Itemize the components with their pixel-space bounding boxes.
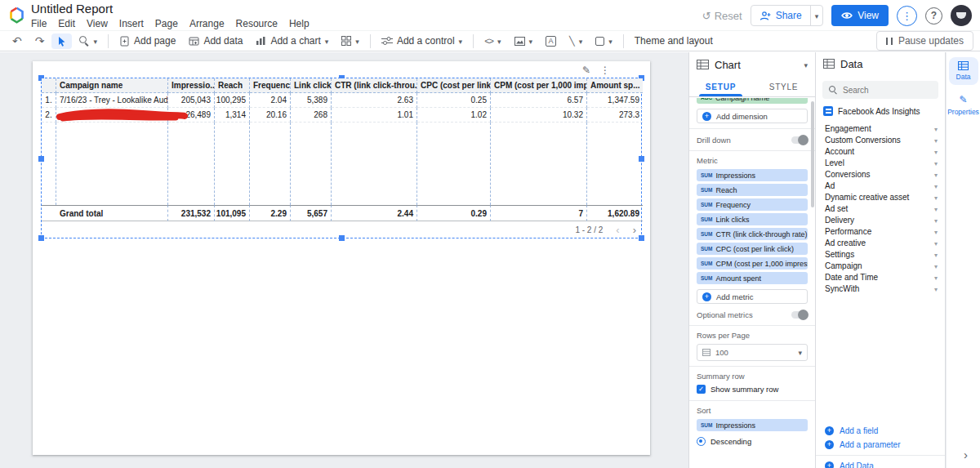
field-group[interactable]: Custom Conversions <box>816 134 945 145</box>
metric-chip[interactable]: SUMCTR (link click-through rate) <box>697 228 808 240</box>
theme-and-layout-button[interactable]: Theme and layout <box>629 33 719 49</box>
community-visualizations-button[interactable] <box>336 33 365 49</box>
menu-help[interactable]: Help <box>283 17 315 30</box>
field-group[interactable]: SyncWith <box>816 283 945 294</box>
share-button[interactable]: Share <box>751 5 824 26</box>
optional-metrics-toggle[interactable] <box>791 311 808 319</box>
more-options-button[interactable] <box>897 6 917 26</box>
avatar[interactable] <box>951 5 972 26</box>
table-chart[interactable]: Campaign name Impressio... Reach Frequen… <box>41 78 642 238</box>
share-dropdown[interactable] <box>810 6 823 25</box>
reset-button[interactable]: Reset <box>702 10 742 22</box>
add-a-field-button[interactable]: Add a field <box>816 424 945 438</box>
magnifier-icon <box>79 36 89 46</box>
grand-total-cell: 7 <box>491 205 587 221</box>
add-page-button[interactable]: Add page <box>114 33 181 49</box>
metric-chip[interactable]: SUMFrequency <box>697 198 808 211</box>
collapse-panel-button[interactable] <box>964 448 968 461</box>
select-tool-button[interactable] <box>51 33 72 49</box>
table-cell: 2.04 <box>250 93 291 108</box>
field-group[interactable]: Account <box>816 145 945 157</box>
field-group[interactable]: Engagement <box>816 123 945 134</box>
view-button[interactable]: View <box>831 5 889 26</box>
table-cell: 1,314 <box>215 108 250 123</box>
add-a-parameter-button[interactable]: Add a parameter <box>816 438 945 452</box>
metric-chip[interactable]: SUMImpressions <box>697 169 808 181</box>
metric-chip[interactable]: SUMAmount spent <box>697 272 808 284</box>
metric-chip[interactable]: SUMLink clicks <box>697 213 808 225</box>
add-text-button[interactable] <box>540 33 562 49</box>
menu-edit[interactable]: Edit <box>52 17 81 30</box>
menu-view[interactable]: View <box>81 17 114 30</box>
next-page-icon[interactable] <box>633 224 636 236</box>
field-search[interactable] <box>822 81 938 99</box>
rows-per-page-select[interactable]: 100 <box>697 344 808 361</box>
field-group[interactable]: Dynamic creative asset <box>816 191 945 203</box>
toolbar-separator <box>108 34 109 48</box>
menu-insert[interactable]: Insert <box>114 17 149 30</box>
add-image-button[interactable] <box>509 33 539 49</box>
chevron-down-icon <box>934 284 938 293</box>
field-group[interactable]: Delivery <box>816 214 945 225</box>
field-group[interactable]: Ad <box>816 180 945 191</box>
help-button[interactable] <box>925 7 942 25</box>
grid-squares-icon <box>341 36 351 46</box>
table-cell: 2.63 <box>332 93 417 108</box>
menu-resource[interactable]: Resource <box>230 17 283 30</box>
plus-icon <box>825 426 834 435</box>
chart-more-options-icon[interactable] <box>600 65 610 76</box>
report-page[interactable]: Campaign name Impressio... Reach Frequen… <box>33 61 650 455</box>
field-group[interactable]: Ad creative <box>816 237 945 248</box>
field-group[interactable]: Performance <box>816 225 945 237</box>
tab-setup[interactable]: SETUP <box>689 77 752 96</box>
menu-arrange[interactable]: Arrange <box>184 17 230 30</box>
rail-tab-properties[interactable]: Properties <box>949 90 978 120</box>
search-input[interactable] <box>843 86 932 95</box>
chart-type-chevron-icon[interactable] <box>804 59 808 70</box>
help-icon <box>931 10 937 21</box>
field-group[interactable]: Ad set <box>816 203 945 214</box>
divider <box>689 400 815 401</box>
chevron-down-icon <box>934 273 938 282</box>
field-group[interactable]: Conversions <box>816 168 945 180</box>
add-chart-button[interactable]: Add a chart <box>250 33 334 49</box>
add-line-button[interactable] <box>564 33 588 49</box>
previous-page-icon[interactable] <box>616 224 619 236</box>
add-metric-button[interactable]: Add metric <box>697 289 808 304</box>
panel-scrollbar[interactable] <box>811 101 814 207</box>
show-summary-row-checkbox[interactable] <box>697 385 706 394</box>
field-group[interactable]: Campaign <box>816 260 945 271</box>
app-header: Untitled Report File Edit View Insert Pa… <box>0 0 980 30</box>
zoom-tool-button[interactable] <box>74 33 103 49</box>
drill-down-toggle[interactable] <box>791 136 808 144</box>
add-data-button[interactable]: Add Data <box>816 459 945 468</box>
rail-tab-data[interactable]: Data <box>949 57 978 85</box>
metric-chip[interactable]: SUMCPM (cost per 1,000 impressions) <box>697 257 808 270</box>
embed-url-button[interactable] <box>479 33 506 49</box>
tab-style[interactable]: STYLE <box>752 77 815 96</box>
table-pagination: 1 - 2 / 2 <box>42 221 643 238</box>
field-group[interactable]: Level <box>816 157 945 168</box>
undo-button[interactable] <box>7 32 28 50</box>
redo-button[interactable] <box>29 32 51 50</box>
rows-per-page-label: Rows per Page <box>697 331 808 340</box>
metric-chip[interactable]: SUMCPC (cost per link click) <box>697 243 808 255</box>
looker-studio-logo[interactable] <box>8 7 25 26</box>
add-shape-button[interactable] <box>590 33 618 49</box>
sort-descending-radio[interactable] <box>697 437 706 446</box>
add-dimension-button[interactable]: Add dimension <box>697 109 808 123</box>
edit-chart-icon[interactable] <box>582 65 590 76</box>
field-group[interactable]: Date and Time <box>816 271 945 283</box>
column-header: Link clicks <box>291 78 332 93</box>
metric-chip[interactable]: SUMReach <box>697 184 808 196</box>
dimension-chip[interactable]: ABC Campaign name <box>697 98 808 104</box>
add-control-button[interactable]: Add a control <box>376 33 468 49</box>
menu-page[interactable]: Page <box>149 17 184 30</box>
menu-file[interactable]: File <box>25 17 52 30</box>
add-data-button[interactable]: Add data <box>183 33 248 49</box>
report-title[interactable]: Untitled Report <box>31 2 315 16</box>
field-group[interactable]: Settings <box>816 248 945 260</box>
data-source[interactable]: Facebook Ads Insights <box>816 106 945 116</box>
sort-metric-chip[interactable]: SUMImpressions <box>697 419 808 431</box>
pause-updates-button[interactable]: Pause updates <box>876 31 973 51</box>
